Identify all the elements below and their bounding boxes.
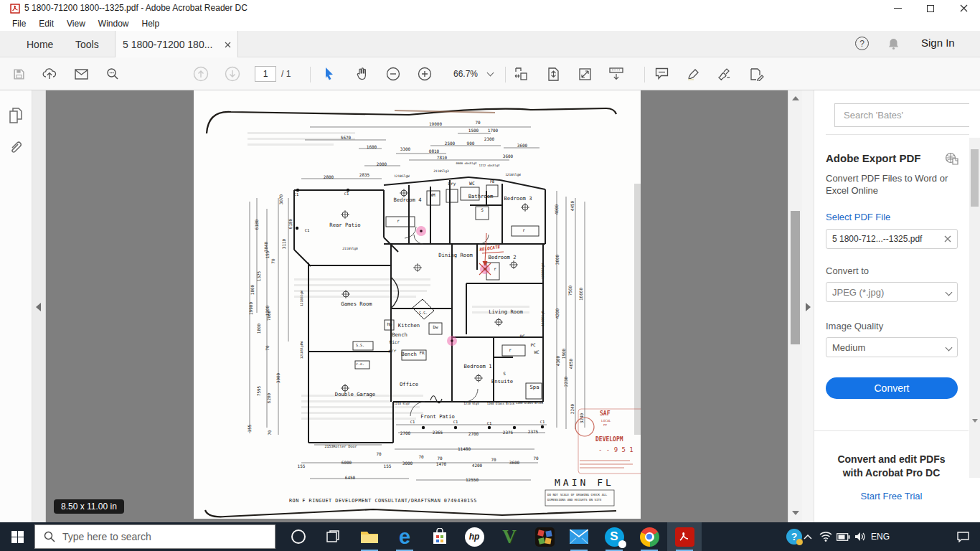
- taskbar-gta-v[interactable]: V: [492, 522, 527, 551]
- scroll-up-icon[interactable]: [792, 96, 799, 100]
- tray-volume[interactable]: [851, 522, 870, 551]
- svg-text:1218Slg0W: 1218Slg0W: [300, 342, 303, 359]
- left-panel-splitter[interactable]: [32, 90, 46, 522]
- page-thumbnails-icon[interactable]: [9, 108, 24, 123]
- zoom-dropdown-icon[interactable]: [487, 70, 494, 77]
- taskbar-acrobat-active[interactable]: [667, 522, 702, 551]
- taskbar-store[interactable]: [423, 522, 457, 551]
- tab-document[interactable]: 5 1800-71200 180...: [115, 31, 238, 57]
- taskbar-search-input[interactable]: Type here to search: [34, 524, 275, 549]
- taskbar-skype[interactable]: S: [597, 522, 631, 551]
- sign-in-button[interactable]: Sign In: [921, 37, 955, 49]
- menu-edit[interactable]: Edit: [32, 19, 60, 29]
- stamp-tool-icon[interactable]: [747, 65, 767, 83]
- next-page-icon[interactable]: [222, 65, 242, 83]
- zoom-in-icon[interactable]: [415, 65, 435, 83]
- taskbar-edge[interactable]: e: [387, 522, 422, 551]
- cortana-button[interactable]: [281, 522, 316, 551]
- panel-scrollbar[interactable]: [969, 90, 980, 522]
- scrollbar-thumb[interactable]: [791, 211, 800, 344]
- save-icon[interactable]: [9, 65, 29, 83]
- svg-text:1218SlgW: 1218SlgW: [541, 263, 545, 279]
- previous-page-icon[interactable]: [191, 65, 211, 83]
- task-view-button[interactable]: [316, 522, 350, 551]
- taskbar-game-app[interactable]: [527, 522, 562, 551]
- tools-search-input[interactable]: [834, 103, 971, 127]
- highlight-icon[interactable]: [683, 65, 703, 83]
- svg-text:6180: 6180: [254, 219, 259, 230]
- zoom-out-icon[interactable]: [383, 65, 403, 83]
- help-icon[interactable]: ?: [855, 37, 869, 50]
- selected-file-name: 5 1800-712...--1325.pdf: [832, 234, 922, 244]
- zoom-level-value[interactable]: 66.7%: [453, 69, 478, 79]
- email-icon[interactable]: [71, 65, 91, 83]
- taskbar-mail[interactable]: [562, 522, 596, 551]
- maximize-icon: [927, 5, 934, 12]
- close-button[interactable]: [947, 0, 980, 17]
- svg-text:2375: 2375: [503, 430, 514, 435]
- svg-text:DEVELOPM: DEVELOPM: [595, 436, 623, 443]
- title-bar: 5 1800-71200 1800--1325.pdf - Adobe Acro…: [0, 0, 980, 17]
- tab-home[interactable]: Home: [27, 31, 53, 57]
- tray-expand-button[interactable]: [798, 522, 817, 551]
- hand-tool-icon[interactable]: [352, 65, 372, 83]
- svg-text:C1: C1: [487, 421, 492, 425]
- tab-close-icon[interactable]: [225, 42, 231, 48]
- taskbar-chrome[interactable]: [632, 522, 666, 551]
- tray-language[interactable]: ENG: [868, 522, 892, 551]
- sign-icon[interactable]: [715, 65, 735, 83]
- attachments-paperclip-icon[interactable]: [9, 139, 24, 155]
- tab-tools[interactable]: Tools: [75, 31, 99, 57]
- start-free-trial-link[interactable]: Start Free Trial: [814, 491, 969, 501]
- svg-text:FP: FP: [603, 423, 607, 427]
- format-dropdown[interactable]: JPEG (*.jpg): [826, 282, 958, 302]
- scroll-down-icon[interactable]: [792, 511, 799, 515]
- collapse-right-icon[interactable]: [806, 303, 811, 311]
- menu-file[interactable]: File: [6, 19, 32, 29]
- language-label: ENG: [871, 532, 890, 542]
- select-tool-icon[interactable]: [319, 65, 339, 83]
- cortana-icon: [291, 529, 306, 544]
- tools-panel: Adobe Export PDF Convert PDF Files to Wo…: [814, 90, 980, 522]
- minimize-button[interactable]: [881, 0, 914, 17]
- svg-text:3040: 3040: [263, 241, 268, 252]
- right-panel-splitter[interactable]: [802, 90, 814, 522]
- upload-cloud-icon[interactable]: [39, 65, 60, 83]
- svg-text:1218SlgW: 1218SlgW: [505, 173, 521, 176]
- panel-scroll-thumb[interactable]: [971, 149, 979, 207]
- menu-help[interactable]: Help: [136, 19, 166, 29]
- taskbar-hp[interactable]: hp: [457, 522, 491, 551]
- tray-battery[interactable]: [834, 522, 852, 551]
- maximize-button[interactable]: [914, 0, 947, 17]
- svg-text:C1: C1: [344, 192, 349, 196]
- fullscreen-icon[interactable]: [575, 65, 595, 83]
- reading-mode-icon[interactable]: [606, 65, 626, 83]
- fit-page-icon[interactable]: [543, 65, 563, 83]
- comment-icon[interactable]: [651, 65, 672, 83]
- start-button[interactable]: [0, 522, 34, 551]
- page-number-input[interactable]: 1: [255, 66, 276, 82]
- action-center-button[interactable]: [946, 522, 980, 551]
- search-icon[interactable]: [103, 65, 123, 83]
- panel-scroll-down-icon[interactable]: [972, 419, 978, 423]
- puzzle-game-icon: [535, 527, 555, 547]
- mail-icon: [570, 529, 588, 544]
- svg-text:WC: WC: [534, 349, 540, 354]
- promo-line2: with Acrobat Pro DC: [814, 466, 969, 480]
- menu-window[interactable]: Window: [92, 19, 136, 29]
- taskbar-file-explorer[interactable]: [352, 522, 387, 551]
- chevron-up-icon: [804, 534, 812, 540]
- collapse-left-icon[interactable]: [36, 303, 41, 311]
- document-scrollbar[interactable]: [788, 90, 802, 522]
- remove-file-icon[interactable]: [944, 235, 951, 242]
- convert-button[interactable]: Convert: [826, 377, 958, 399]
- quality-dropdown[interactable]: Medium: [826, 337, 958, 357]
- fit-width-icon[interactable]: [511, 65, 531, 83]
- svg-text:3070: 3070: [278, 194, 283, 204]
- selected-file-chip[interactable]: 5 1800-712...--1325.pdf: [826, 229, 958, 249]
- document-viewport[interactable]: 1900070150017005670250090023003600330008…: [46, 90, 788, 522]
- menu-view[interactable]: View: [60, 19, 92, 29]
- tray-wifi[interactable]: [816, 522, 835, 551]
- notification-bell-icon[interactable]: [887, 37, 900, 50]
- select-pdf-file-link[interactable]: Select PDF File: [826, 212, 890, 222]
